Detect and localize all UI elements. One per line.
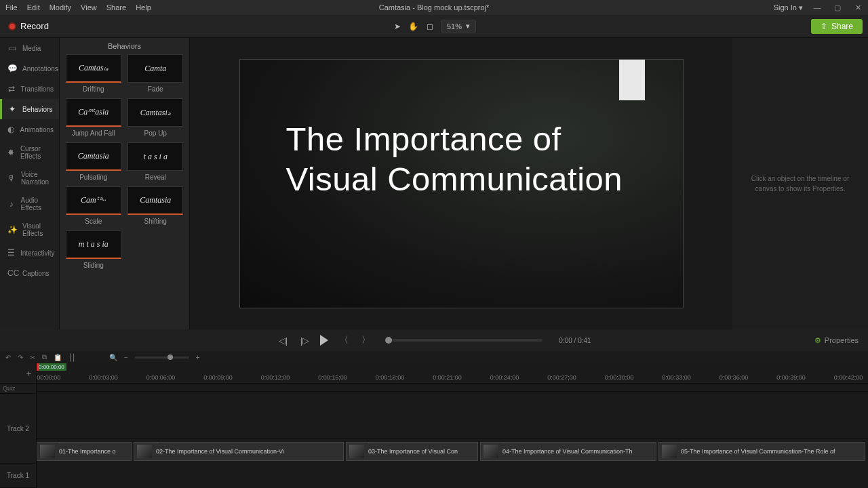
canvas-object-rect[interactable] [619, 60, 645, 100]
clip-notch-icon [681, 442, 683, 443]
time-ruler[interactable]: 0:00:00;00 0:00:00;000:00:03;000:00:06;0… [37, 363, 868, 384]
prev-marker-button[interactable]: ◁| [277, 336, 289, 346]
ruler-tick: 0:00:33;00 [662, 374, 691, 381]
undo-button[interactable]: ↶ [5, 354, 11, 361]
behavior-fade[interactable]: CamtaFade [127, 54, 184, 93]
next-frame-button[interactable]: 〉 [359, 334, 372, 346]
share-label: Share [831, 22, 853, 31]
menu-file[interactable]: File [5, 3, 18, 12]
lefttab-animations[interactable]: ◐Animations [0, 119, 59, 140]
behavior-shifting[interactable]: CamtasiaShifting [127, 186, 184, 225]
lefttab-voice-narration[interactable]: 🎙Voice Narration [0, 165, 59, 191]
zoom-slider-handle[interactable] [167, 354, 173, 360]
behavior-thumb: m t a s ia [66, 230, 121, 259]
ruler-tick: 0:00:36;00 [719, 374, 749, 381]
maximize-button[interactable]: ▢ [831, 3, 844, 12]
clip-thumb [40, 445, 55, 458]
record-button[interactable]: Record [0, 21, 57, 31]
lefttab-transitions[interactable]: ⇄Transitions [0, 79, 59, 99]
clip-notch-icon [502, 442, 505, 443]
split-button[interactable]: ⎮⎮ [68, 354, 75, 361]
share-button[interactable]: ⇧ Share [811, 19, 863, 34]
playback-bar: ◁| |▷ 〈 〉 0:00 / 0:41 ⚙ Properties [0, 329, 868, 351]
timeline-clip[interactable]: 01-The Importance o [37, 442, 132, 461]
play-button[interactable] [320, 335, 328, 346]
behavior-jump-and-fall[interactable]: CaᵐᵗasiaJump And Fall [65, 98, 122, 137]
canvas-zoom-dropdown[interactable]: 51% ▾ [441, 20, 476, 33]
behavior-label: Drifting [83, 85, 104, 93]
lefttab-visual-effects[interactable]: ✨Visual Effects [0, 217, 59, 243]
lefttab-behaviors[interactable]: ✦Behaviors [0, 99, 59, 119]
zoom-out-icon[interactable]: 🔍 [109, 354, 117, 361]
visual effects-icon: ✨ [7, 225, 17, 235]
lefttab-label: Behaviors [22, 106, 52, 113]
pointer-tool-icon[interactable]: ➤ [392, 21, 403, 32]
close-button[interactable]: ✕ [852, 3, 864, 12]
menu-share[interactable]: Share [106, 3, 126, 12]
lefttab-cursor-effects[interactable]: ✸Cursor Effects [0, 140, 59, 165]
playhead-handle-icon [37, 363, 39, 371]
copy-button[interactable]: ⧉ [42, 353, 47, 361]
behavior-pulsating[interactable]: CamtasiaPulsating [65, 142, 122, 181]
timeline-body[interactable]: 0:00:00;00 0:00:00;000:00:03;000:00:06;0… [37, 363, 868, 488]
zoom-minus[interactable]: − [124, 354, 128, 361]
ruler-tick: 0:00:15;00 [318, 374, 347, 381]
lefttab-interactivity[interactable]: ☰Interactivity [0, 243, 59, 263]
crop-tool-icon[interactable]: ◻ [425, 21, 435, 32]
clip-label: 01-The Importance o [59, 448, 116, 455]
redo-button[interactable]: ↷ [18, 354, 23, 361]
quiz-track[interactable] [37, 384, 868, 392]
behavior-label: Scale [85, 218, 102, 225]
canvas-title-text[interactable]: The Importance of Visual Communication [286, 119, 625, 199]
paste-button[interactable]: 📋 [54, 354, 62, 361]
preview-canvas[interactable]: The Importance of Visual Communication [239, 59, 684, 308]
prev-frame-button[interactable]: 〈 [338, 334, 350, 346]
playback-scrubber[interactable] [387, 339, 542, 342]
minimize-button[interactable]: — [811, 3, 823, 12]
hand-tool-icon[interactable]: ✋ [408, 21, 419, 32]
scrubber-handle[interactable] [385, 337, 392, 344]
cut-button[interactable]: ✂ [30, 354, 35, 361]
ruler-tick: 0:00:27;00 [547, 374, 576, 381]
title-bar: File Edit Modify View Share Help Camtasi… [0, 0, 868, 15]
timeline-clip[interactable]: 05-The Importance of Visual Communicatio… [658, 442, 865, 461]
lefttab-audio-effects[interactable]: ♪Audio Effects [0, 191, 59, 217]
lefttab-annotations[interactable]: 💬Annotations [0, 58, 59, 79]
ruler-tick: 0:00:24;00 [490, 374, 519, 381]
timeline-zoom-slider[interactable] [135, 357, 189, 359]
step-back-button[interactable]: |▷ [298, 336, 311, 346]
ruler-tick: 0:00:21;00 [433, 374, 462, 381]
behavior-drifting[interactable]: CamtasᵢₐDrifting [65, 54, 122, 93]
clip-label: 03-The Importance of Visual Con [368, 448, 458, 455]
behavior-sliding[interactable]: m t a s iaSliding [65, 230, 122, 269]
playhead[interactable]: 0:00:00;00 [37, 363, 66, 371]
media-icon: ▭ [7, 43, 17, 53]
ruler-tick: 0:00:00;00 [37, 374, 60, 381]
menu-modify[interactable]: Modify [50, 3, 71, 12]
toolbar: Record ➤ ✋ ◻ 51% ▾ ⇧ Share [0, 15, 868, 38]
track-2-row[interactable] [37, 392, 868, 439]
timeline-clip[interactable]: 03-The Importance of Visual Con [346, 442, 478, 461]
menu-edit[interactable]: Edit [27, 3, 40, 12]
quiz-row-label: Quiz [0, 384, 36, 394]
track-1-row[interactable]: 01-The Importance o02-The Importance of … [37, 439, 868, 464]
clip-thumb [349, 445, 364, 458]
properties-toggle[interactable]: ⚙ Properties [814, 336, 859, 345]
lefttab-captions[interactable]: CCCaptions [0, 263, 59, 283]
ruler-tick: 0:00:39;00 [776, 374, 806, 381]
track-header-1[interactable]: Track 1 [0, 464, 36, 488]
add-track-button[interactable]: ＋ [24, 367, 33, 380]
behavior-pop-up[interactable]: CamtasiₐPop Up [127, 98, 184, 137]
behavior-scale[interactable]: Camᵗᵃ··Scale [65, 186, 122, 225]
properties-panel: Click an object on the timeline or canva… [732, 38, 868, 329]
zoom-plus[interactable]: + [196, 354, 200, 361]
track-header-2[interactable]: Track 2 [0, 394, 36, 464]
behavior-reveal[interactable]: t a s i aReveal [127, 142, 184, 181]
signin-link[interactable]: Sign In ▾ [774, 3, 803, 12]
menu-help[interactable]: Help [136, 3, 151, 12]
lefttab-media[interactable]: ▭Media [0, 38, 59, 58]
timeline-clip[interactable]: 02-The Importance of Visual Communicatio… [134, 442, 344, 461]
menu-view[interactable]: View [81, 3, 97, 12]
timeline-clip[interactable]: 04-The Importance of Visual Communicatio… [480, 442, 656, 461]
behavior-label: Fade [148, 85, 163, 93]
